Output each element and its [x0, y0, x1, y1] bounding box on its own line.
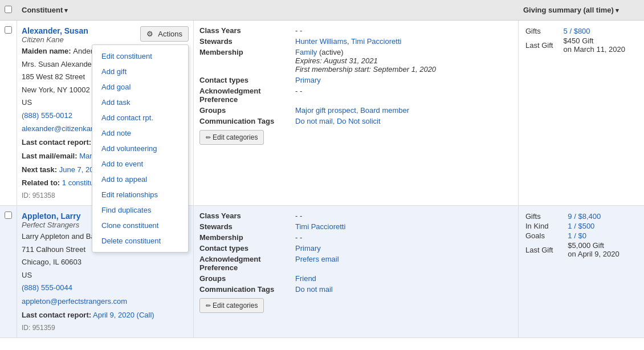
row1-groups-label: Groups: [199, 106, 291, 115]
row2-country: US: [22, 270, 189, 281]
actions-label: Actions: [158, 30, 182, 38]
menu-add-gift[interactable]: Add gift: [92, 64, 188, 79]
row1-last-gift-amount: $450 Gift: [564, 36, 594, 45]
row2-giving-val2: 1 / $500: [565, 221, 639, 231]
row2-contact-types-val: Primary: [295, 244, 512, 253]
menu-edit-relationships[interactable]: Edit relationships: [92, 187, 188, 202]
row1-steward2[interactable]: Timi Paccioretti: [351, 37, 401, 46]
row2-last-gift-amount: $5,000 Gift: [568, 241, 604, 250]
menu-find-duplicates[interactable]: Find duplicates: [92, 202, 188, 218]
row2-last-gift-val: $5,000 Gift on April 9, 2020: [565, 241, 639, 259]
actions-button[interactable]: Actions: [140, 26, 189, 42]
row1-contact-types-link[interactable]: Primary: [295, 76, 321, 84]
row2-giving-table: Gifts 9 / $8,400 In Kind 1 / $500 Goals …: [523, 211, 639, 259]
row1-last-gift-date: on March 11, 2020: [564, 45, 625, 54]
row1-membership-link[interactable]: Family: [295, 48, 317, 56]
row2-last-contact-val[interactable]: April 9, 2020 (Call): [93, 311, 154, 319]
row1-groups-link[interactable]: Major gift prospect, Board member: [295, 106, 409, 115]
constituent-column-label: Constituent: [22, 6, 63, 14]
row1-checkbox[interactable]: [5, 26, 12, 34]
row2-edit-categories-btn[interactable]: Edit categories: [199, 298, 264, 313]
row2-phone: (888) 555-0044: [22, 282, 189, 294]
row1-membership-sub2: First membership start: September 1, 202…: [295, 65, 436, 74]
row2-phone-link[interactable]: (888) 555-0044: [22, 283, 72, 292]
menu-add-goal[interactable]: Add goal: [92, 79, 188, 95]
pencil-icon2: [206, 302, 213, 310]
header-check: [0, 1, 17, 19]
menu-add-contact-rpt[interactable]: Add contact rpt.: [92, 110, 188, 125]
row2-name[interactable]: Appleton, Larry: [22, 211, 80, 221]
constituent-sort-chevron: [63, 6, 68, 14]
menu-add-volunteering[interactable]: Add volunteering: [92, 141, 188, 156]
header-constituent[interactable]: Constituent: [17, 1, 194, 19]
giving-column-label: Giving summary (all time): [523, 6, 614, 14]
constituent-row: Alexander, Susan Citizen Kane Maiden nam…: [0, 21, 644, 206]
row2-gifts-link[interactable]: 9 / $8,400: [568, 212, 601, 221]
row1-check-cell: [0, 21, 17, 205]
row2-giving-val1: 9 / $8,400: [565, 211, 639, 221]
row2-groups-link[interactable]: Friend: [295, 274, 316, 283]
row2-info-grid: Class Years - - Stewards Timi Pacciorett…: [199, 211, 512, 294]
menu-add-note[interactable]: Add note: [92, 125, 188, 141]
row1-related-label: Related to:: [22, 178, 60, 187]
row2-contact-types-link[interactable]: Primary: [295, 244, 321, 253]
row2-ack-label: Acknowledgment Preference: [199, 255, 291, 272]
row2-inkind-link[interactable]: 1 / $500: [568, 222, 594, 230]
row2-check-cell: [0, 206, 17, 337]
row2-stewards-val: Timi Paccioretti: [295, 222, 512, 231]
menu-clone-constituent[interactable]: Clone constituent: [92, 218, 188, 233]
row2-membership-val: - -: [295, 233, 512, 242]
row2-giving-label3: Goals: [523, 231, 565, 241]
row1-comm-tags-val: Do not mail, Do Not solicit: [295, 117, 512, 125]
row2-ack-val: Prefers email: [295, 255, 512, 272]
row2-checkbox[interactable]: [5, 211, 12, 219]
row2-comm-tags-link[interactable]: Do not mail: [295, 285, 333, 294]
row2-groups-val: Friend: [295, 274, 512, 283]
row2-id: ID: 951359: [22, 324, 189, 332]
select-all-checkbox[interactable]: [5, 6, 12, 13]
row2-last-contact: Last contact report: April 9, 2020 (Call…: [22, 310, 189, 321]
row2-addr2: Chicago, IL 60603: [22, 257, 189, 268]
row2-steward1[interactable]: Timi Paccioretti: [295, 222, 345, 231]
row2-goals-link[interactable]: 1 / $0: [568, 231, 586, 240]
gear-icon: [146, 30, 155, 38]
row1-giving-label1: Gifts: [523, 26, 561, 36]
row1-name[interactable]: Alexander, Susan: [22, 26, 88, 35]
row1-giving-table: Gifts 5 / $800 Last Gift $450 Gift on Ma…: [523, 26, 639, 54]
row1-class-years-label: Class Years: [199, 26, 291, 35]
menu-add-to-appeal[interactable]: Add to appeal: [92, 172, 188, 187]
row1-gifts-link[interactable]: 5 / $800: [564, 27, 590, 35]
row1-last-contact-label: Last contact report:: [22, 138, 91, 146]
row1-stewards-label: Stewards: [199, 37, 291, 46]
menu-add-task[interactable]: Add task: [92, 95, 188, 110]
row1-comm-tags-label: Communication Tags: [199, 117, 291, 125]
row1-ack-label: Acknowledgment Preference: [199, 87, 291, 104]
row2-middle-cell: Class Years - - Stewards Timi Pacciorett…: [194, 206, 519, 337]
menu-edit-constituent[interactable]: Edit constituent: [92, 48, 188, 64]
row2-comm-tags-val: Do not mail: [295, 285, 512, 294]
row2-ack-link[interactable]: Prefers email: [295, 255, 339, 263]
giving-sort-chevron: [614, 6, 619, 14]
row1-last-gift-label: Last Gift: [523, 36, 561, 54]
row1-ack-val: - -: [295, 87, 512, 104]
row2-last-gift-label: Last Gift: [523, 241, 565, 259]
actions-dropdown: Edit constituent Add gift Add goal Add t…: [92, 44, 189, 253]
row2-edit-categories-label: Edit categories: [213, 302, 258, 310]
header-giving[interactable]: Giving summary (all time): [519, 1, 644, 19]
row2-email-link[interactable]: appleton@perfectstrangers.com: [22, 297, 127, 306]
row1-contact-types-val: Primary: [295, 76, 512, 84]
row1-next-task-label: Next task:: [22, 165, 57, 174]
menu-add-to-event[interactable]: Add to event: [92, 156, 188, 172]
row1-membership-label: Membership: [199, 48, 291, 74]
row1-contact-types-label: Contact types: [199, 76, 291, 84]
pencil-icon: [206, 133, 213, 141]
row1-last-mail-label: Last mail/email:: [22, 152, 78, 160]
row2-email: appleton@perfectstrangers.com: [22, 296, 189, 308]
row1-phone-link[interactable]: (888) 555-0012: [22, 111, 72, 120]
menu-delete-constituent[interactable]: Delete constituent: [92, 233, 188, 249]
row1-steward1[interactable]: Hunter Williams: [295, 37, 347, 46]
row2-class-years-label: Class Years: [199, 211, 291, 220]
row1-edit-categories-label: Edit categories: [213, 133, 258, 141]
row1-edit-categories-btn[interactable]: Edit categories: [199, 130, 264, 145]
row1-comm-tags-link[interactable]: Do not mail, Do Not solicit: [295, 117, 381, 125]
